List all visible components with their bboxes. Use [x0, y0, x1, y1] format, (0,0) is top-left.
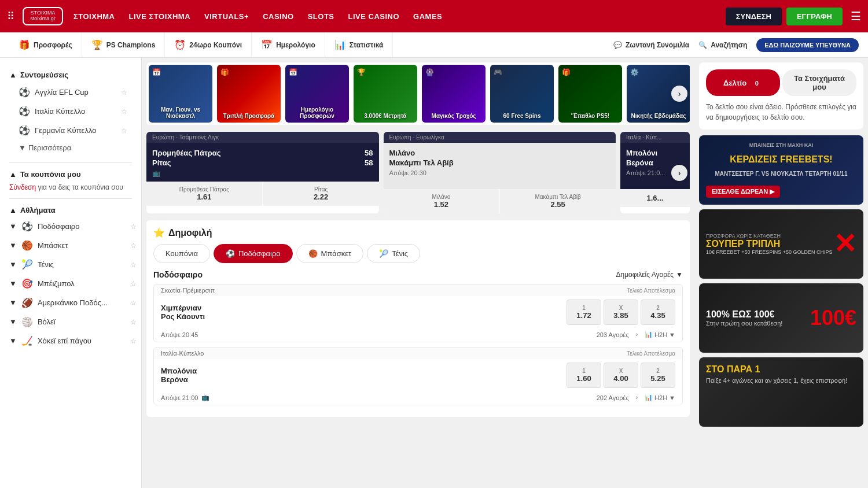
sec-nav-prosfores[interactable]: 🎁 Προσφορές — [9, 32, 82, 58]
match1-odd1-button[interactable]: Προμηθέας Πάτρας 1.61 — [146, 182, 262, 206]
promo-card-magikos[interactable]: 🎡 Μαγικός Τροχός — [422, 65, 486, 123]
h2h-link-skotia[interactable]: 📊 H2H ▼ — [645, 331, 675, 338]
edw-paizume-button[interactable]: ΕΔΩ ΠΑΙΖΟΥΜΕ ΥΠΕΥΘΥΝΑ — [756, 38, 859, 52]
oddX-skotia[interactable]: X 3.85 — [604, 300, 638, 325]
sec-nav-ps-champions[interactable]: 🏆 PS Champions — [82, 32, 165, 58]
odd2-italia[interactable]: 2 5.25 — [641, 363, 675, 388]
oddX-italia[interactable]: X 4.00 — [604, 363, 638, 388]
nav-live-stoixima[interactable]: LIVE ΣΤΟΙΧΗΜΑ — [129, 10, 191, 23]
promo-card-ps-champions[interactable]: 📅 Μαν. Γιουν. vs Νιούκαστλ — [149, 65, 212, 123]
banner-souper-tripli[interactable]: ΠΡΟΣΦΟΡΑ ΧΩΡΙΣ ΚΑΤΑΘΕΣΗ ΣΟΥΠΕΡ ΤΡΙΠΛΗ 10… — [699, 209, 863, 279]
match2-odd1-button[interactable]: Μιλάνο 1.52 — [384, 189, 499, 213]
match2-time: Απόψε 20:30 — [389, 169, 610, 176]
nav-casino[interactable]: CASINO — [263, 10, 294, 23]
sec-nav-statistika[interactable]: 📊 Στατιστικά — [325, 32, 393, 58]
sidebar-sport-podosfairo[interactable]: ▼ ⚽ Ποδόσφαιρο ☆ — [0, 217, 141, 236]
hamburger-icon[interactable]: ☰ — [851, 9, 861, 23]
match2-odds-row: Μιλάνο 1.52 Μακάμπι Τελ Αβίβ 2.55 — [384, 189, 616, 213]
sidebar-sport-xokei[interactable]: ▼ 🏒 Χόκεϊ επί πάγου ☆ — [0, 331, 141, 350]
sidebar-item-aggia-label: Αγγλία EFL Cup — [35, 88, 89, 97]
match3-odd1-button[interactable]: 1.6... — [620, 189, 690, 207]
match-row-team1-italia: Μπολόνια — [161, 367, 567, 375]
odd-1-italia[interactable]: 1 1.60 — [567, 363, 601, 388]
match2-odd1-val: 1.52 — [386, 200, 497, 209]
deltio-tabs: Δελτίο 0 Τα Στοιχήματά μου — [706, 69, 856, 96]
sidebar-athlimata-header[interactable]: ▲ Αθλήματα — [0, 201, 141, 217]
match1-score2: 58 — [365, 158, 373, 167]
sec-nav-live-chat[interactable]: 💬 Ζωντανή Συνομιλία — [613, 41, 689, 49]
sidebar-sport-mpaket[interactable]: ▼ 🏀 Μπάσκετ ☆ — [0, 236, 141, 255]
sec-nav-search[interactable]: 🔍 Αναζήτηση — [698, 41, 747, 49]
tab-mpaket[interactable]: 🏀 Μπάσκετ — [296, 244, 364, 263]
odd1-val-italia: 1.60 — [571, 374, 597, 383]
nav-games[interactable]: GAMES — [413, 10, 442, 23]
banner-ps-champions[interactable]: ΜΠΑΙΝΕΙΣ ΣΤΗ ΜΑΧΗ ΚΑΙ ΚΕΡΔΙΖΕΙΣ FREEBETS… — [699, 135, 863, 205]
dimofili-section: ⭐ Δημοφιλή Κουπόνια ⚽ Ποδόσφαιρο 🏀 Μπάσκ… — [146, 220, 690, 417]
oddX-val-skotia: 3.85 — [608, 311, 634, 320]
match1-odd2-button[interactable]: Ρίτας 2.22 — [263, 182, 379, 206]
chevron-up-icon: ▲ — [9, 71, 17, 79]
sidebar-kouponia-header[interactable]: ▲ Τα κουπόνια μου — [0, 165, 141, 181]
banner-triple-text: ΠΡΟΣΦΟΡΑ ΧΩΡΙΣ ΚΑΤΑΘΕΣΗ ΣΟΥΠΕΡ ΤΡΙΠΛΗ 10… — [706, 233, 833, 255]
sidebar-sport-tenis[interactable]: ▼ 🎾 Τένις ☆ — [0, 255, 141, 274]
match2-odd2-button[interactable]: Μακάμπι Τελ Αβίβ 2.55 — [500, 189, 616, 213]
tab-kouponia[interactable]: Κουπόνια — [153, 244, 210, 263]
banner-100[interactable]: 100% ΕΩΣ 100€ Στην πρώτη σου κατάθεση! 1… — [699, 283, 863, 353]
chart-icon-italia: 📊 — [645, 394, 653, 401]
sidebar-sport-mpeizbiol[interactable]: ▼ 🎯 Μπέιζμπολ ☆ — [0, 274, 141, 293]
nav-slots[interactable]: SLOTS — [308, 10, 334, 23]
sidebar-coupon-info: Σύνδεση για να δεις τα κουπόνια σου — [0, 181, 141, 196]
eggrafh-button[interactable]: ΕΓΓΡΑΦΗ — [786, 8, 843, 25]
sidebar-sport-amerikaniko[interactable]: ▼ 🏈 Αμερικάνικο Ποδός... ☆ — [0, 293, 141, 312]
soccer-icon-italia: ⚽ — [19, 106, 30, 117]
sidebar-syntokefseis-header[interactable]: ▲ Συντομεύσεις — [9, 67, 132, 83]
syndesi-button[interactable]: ΣΥΝΔΕΣΗ — [726, 8, 782, 25]
promo-card-ps5[interactable]: 🎁 'Έπαθλο PS5! — [558, 65, 622, 123]
agores-link-italia[interactable]: 202 Αγορές — [597, 394, 629, 401]
brand-logo[interactable]: STOIXIMA stoixima.gr — [23, 7, 63, 25]
baseball-icon: 🎯 — [21, 278, 33, 289]
match-row-italia-league: Ιταλία-Κύπελλο — [161, 350, 204, 357]
promo-card-freespins[interactable]: 🎮 60 Free Spins — [490, 65, 554, 123]
tab-tenis[interactable]: 🎾 Τένις — [367, 244, 420, 263]
athlimata-label: Αθλήματα — [20, 206, 56, 215]
promo-card-hmerologio[interactable]: 📅 Ημερολόγιο Προσφορών — [285, 65, 349, 123]
nav-right-actions: ΣΥΝΔΕΣΗ ΕΓΓΡΑΦΗ ☰ — [726, 8, 861, 25]
nav-stoixima[interactable]: ΣΤΟΙΧΗΜΑ — [73, 10, 115, 23]
sidebar-item-aggia-efl[interactable]: ⚽ Αγγλία EFL Cup ☆ — [9, 83, 132, 102]
match2-team1-name: Μιλάνο — [389, 149, 415, 157]
agores-link-skotia[interactable]: 203 Αγορές — [597, 331, 629, 338]
tab-podosfairo[interactable]: ⚽ Ποδόσφαιρο — [214, 244, 293, 263]
sec-nav-hmerologio[interactable]: 📅 Ημερολόγιο — [252, 32, 325, 58]
odd-1-skotia[interactable]: 1 1.72 — [567, 300, 601, 325]
match1-odd1-label: Προμηθέας Πάτρας — [149, 186, 260, 193]
grid-menu-icon[interactable]: ⠿ — [7, 10, 14, 23]
promo-card-souper-tripli[interactable]: 🎁 Τριπλή Προσφορά — [217, 65, 281, 123]
sidebar-sport-bolei[interactable]: ▼ 🏐 Βόλεϊ ☆ — [0, 312, 141, 331]
odd2-skotia[interactable]: 2 4.35 — [641, 300, 675, 325]
deltio-tab-stoiximata[interactable]: Τα Στοιχήματά μου — [782, 69, 856, 96]
syndesi-link[interactable]: Σύνδεση — [9, 183, 36, 191]
star-icon2: ☆ — [121, 108, 127, 116]
basketball-tab-icon: 🏀 — [308, 249, 318, 258]
top-navigation: ⠿ STOIXIMA stoixima.gr ΣΤΟΙΧΗΜΑ LIVE ΣΤΟ… — [0, 0, 868, 32]
sec-nav-24koupon[interactable]: ⏰ 24ωρο Κουπόνι — [165, 32, 252, 58]
promo-next-button[interactable]: › — [671, 86, 687, 102]
nav-live-casino[interactable]: LIVE CASINO — [348, 10, 400, 23]
banner-ps-cta[interactable]: ΕΙΣΕΛΘΕ ΔΩΡΕΑΝ ▶ — [706, 186, 780, 198]
deltio-tab-active[interactable]: Δελτίο 0 — [706, 69, 780, 96]
right-sidebar: Δελτίο 0 Τα Στοιχήματά μου Το δελτίο σου… — [694, 58, 868, 488]
dimofili-agores[interactable]: Δημοφιλείς Αγορές ▼ — [616, 271, 683, 279]
banner-para1[interactable]: ΣΤΟ ΠΑΡΑ 1 Παίξε 4+ αγώνες και αν χάσεις… — [699, 357, 863, 427]
match-next-button[interactable]: › — [671, 165, 687, 181]
secondary-navigation: 🎁 Προσφορές 🏆 PS Champions ⏰ 24ωρο Κουπό… — [0, 32, 868, 58]
sidebar-perissotero[interactable]: ▼ Περισσότερα — [9, 140, 132, 156]
promo-card-magikos-label: Μαγικός Τροχός — [422, 113, 486, 119]
promo-card-3000[interactable]: 🏆 3.000€ Μετρητά — [354, 65, 417, 123]
center-content: 📅 Μαν. Γιουν. vs Νιούκαστλ 🎁 Τριπλή Προσ… — [142, 58, 694, 488]
match-row-team1-skotia: Χιμπέρνιαν — [161, 304, 567, 312]
nav-virtuals[interactable]: VIRTUALS+ — [204, 10, 249, 23]
sidebar-item-germania-kypello[interactable]: ⚽ Γερμανία Κύπελλο ☆ — [9, 121, 132, 140]
sidebar-item-italia-kypello[interactable]: ⚽ Ιταλία Κύπελλο ☆ — [9, 102, 132, 121]
h2h-link-italia[interactable]: 📊 H2H ▼ — [645, 394, 675, 401]
